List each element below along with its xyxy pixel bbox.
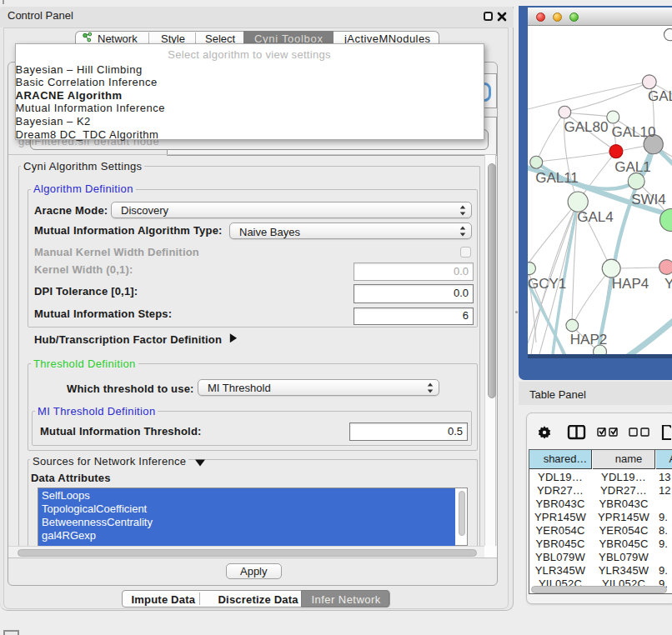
- svg-text:HAP2: HAP2: [570, 332, 607, 348]
- svg-text:GAL1: GAL1: [614, 159, 650, 175]
- svg-text:Y: Y: [664, 276, 672, 292]
- svg-text:GAL10: GAL10: [612, 124, 656, 140]
- svg-text:GAL11: GAL11: [535, 170, 579, 186]
- svg-text:SWI4: SWI4: [631, 192, 666, 208]
- svg-text:GAL4: GAL4: [577, 209, 613, 225]
- svg-text:GAL7: GAL7: [648, 88, 672, 104]
- svg-text:HAP4: HAP4: [612, 276, 649, 292]
- svg-text:GCY1: GCY1: [528, 276, 566, 292]
- svg-text:GAL80: GAL80: [564, 119, 609, 135]
